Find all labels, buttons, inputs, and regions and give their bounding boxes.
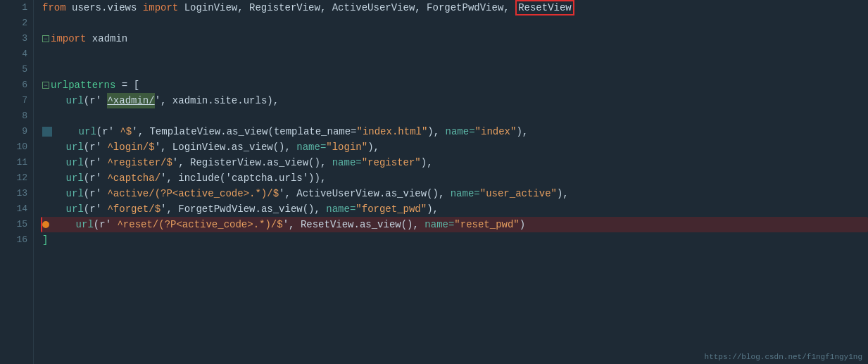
code-line: url(r' ^xadmin/', xadmin.site.urls),	[42, 93, 868, 108]
token-named-param: name=	[326, 201, 356, 217]
code-line: −urlpatterns = [	[42, 77, 868, 93]
code-editor: 12345678910111213141516 from users.views…	[0, 0, 868, 364]
token-paren: ),	[516, 124, 528, 139]
token-indent	[42, 186, 66, 201]
token-paren: ', TemplateView.as_view(template_name=	[132, 124, 356, 139]
token-paren: ', ActiveUserView.as_view(),	[279, 186, 451, 201]
token-kw-url: url	[66, 201, 84, 217]
fold-indicator[interactable]: −	[42, 77, 51, 93]
token-paren: (r'	[84, 170, 108, 186]
line-number: 16	[13, 232, 27, 248]
token-module: = [	[115, 77, 139, 93]
token-kw-url: url	[66, 155, 84, 170]
token-string: ^$	[120, 124, 132, 139]
token-indent	[42, 93, 66, 108]
line-number: 15	[13, 217, 27, 232]
token-paren: ', LoginView.as_view(),	[155, 139, 297, 155]
code-line: from users.views import LoginView, Regis…	[42, 0, 868, 15]
breakpoint-icon	[42, 221, 49, 228]
token-kw-import: import	[143, 0, 178, 15]
line-number: 2	[13, 15, 27, 31]
code-line: url(r' ^reset/(?P<active_code>.*)/$', Re…	[41, 217, 868, 232]
token-module: xadmin	[86, 31, 127, 46]
token-paren: )	[520, 217, 525, 232]
token-named-param: name=	[332, 155, 362, 170]
token-paren: ),	[427, 201, 439, 217]
token-paren: (r'	[84, 201, 108, 217]
code-line: ]	[42, 232, 868, 248]
token-kw-url: url	[66, 186, 84, 201]
token-kw-url: url	[66, 170, 84, 186]
token-string: ^login/$	[107, 139, 154, 155]
token-paren: ),	[421, 155, 433, 170]
token-module: users.views	[66, 0, 143, 15]
token-paren: (r'	[84, 139, 108, 155]
line-number: 11	[13, 155, 27, 170]
line-number: 12	[13, 170, 27, 186]
token-string-val: "register"	[362, 155, 421, 170]
line-number: 4	[13, 46, 27, 62]
token-string-val: "user_active"	[480, 186, 557, 201]
token-string: ^captcha/	[107, 170, 161, 186]
line-number: 14	[13, 201, 27, 217]
token-paren: (r'	[94, 217, 118, 232]
code-area: from users.views import LoginView, Regis…	[34, 0, 868, 364]
token-named-param: name=	[451, 186, 480, 201]
token-string-val: "index.html"	[357, 124, 428, 139]
token-named-param: name=	[296, 139, 326, 155]
token-paren: ', ResetView.as_view(),	[283, 217, 425, 232]
token-paren: ),	[427, 124, 445, 139]
line-number: 8	[13, 108, 27, 124]
code-line	[42, 62, 868, 77]
code-line: url(r' ^login/$', LoginView.as_view(), n…	[42, 139, 868, 155]
token-string-val: "index"	[475, 124, 517, 139]
token-string: ^register/$	[107, 155, 172, 170]
code-line	[42, 46, 868, 62]
line-number: 10	[13, 139, 27, 155]
token-string-val: "reset_pwd"	[454, 217, 519, 232]
code-line: url(r' ^active/(?P<active_code>.*)/$', A…	[42, 186, 868, 201]
token-indent	[42, 170, 66, 186]
code-line: url(r' ^register/$', RegisterView.as_vie…	[42, 155, 868, 170]
token-kw-url: url	[76, 217, 94, 232]
token-indent	[42, 201, 66, 217]
code-line: url(r' ^$', TemplateView.as_view(templat…	[42, 124, 868, 139]
token-module: LoginView, RegisterView, ActiveUserView,…	[178, 0, 515, 15]
token-indent	[42, 155, 66, 170]
token-indent	[42, 139, 66, 155]
fold-indicator[interactable]: −	[42, 31, 51, 46]
line-number: 9	[13, 124, 27, 139]
token-paren: ', ForgetPwdView.as_view(),	[161, 201, 326, 217]
line-number: 13	[13, 186, 27, 201]
token-string-val: "login"	[326, 139, 367, 155]
token-paren: (r'	[84, 186, 108, 201]
code-line: url(r' ^forget/$', ForgetPwdView.as_view…	[42, 201, 868, 217]
token-indent	[52, 217, 76, 232]
token-kw-import: import	[51, 31, 86, 46]
token-paren: (r'	[84, 93, 108, 108]
token-kw-url: url	[79, 124, 96, 139]
token-paren: (r'	[84, 155, 108, 170]
line-number: 7	[13, 93, 27, 108]
token-var: urlpatterns	[51, 77, 115, 93]
token-paren: ', RegisterView.as_view(),	[172, 155, 332, 170]
token-named-param: name=	[424, 217, 454, 232]
token-string: ^forget/$	[107, 201, 161, 217]
token-highlight-xadmin: ^xadmin/	[107, 93, 154, 108]
token-string-val: "forget_pwd"	[356, 201, 427, 217]
token-paren: ', include('captcha.urls')),	[161, 170, 326, 186]
token-paren: ),	[557, 186, 569, 201]
token-string: ^reset/(?P<active_code>.*)/$	[117, 217, 282, 232]
token-paren: (r'	[96, 124, 120, 139]
code-line: −import xadmin	[42, 31, 868, 46]
token-kw-url: url	[66, 93, 84, 108]
line-number: 6	[13, 77, 27, 93]
line-numbers: 12345678910111213141516	[0, 0, 34, 364]
token-bracket: ]	[42, 232, 48, 248]
token-indent	[55, 124, 79, 139]
line-number: 5	[13, 62, 27, 77]
line-number: 3	[13, 31, 27, 46]
code-line: url(r' ^captcha/', include('captcha.urls…	[42, 170, 868, 186]
bookmark-icon	[42, 127, 52, 137]
token-kw-url: url	[66, 139, 84, 155]
